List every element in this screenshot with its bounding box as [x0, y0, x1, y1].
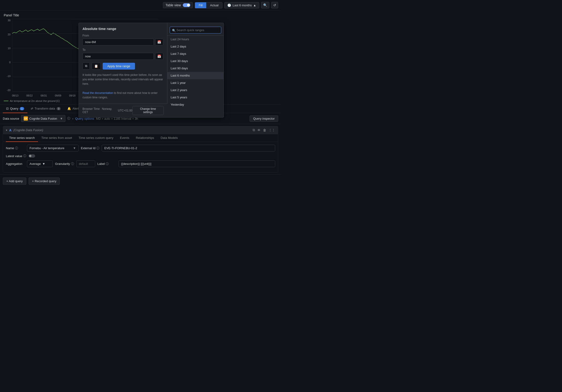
quick-range-item[interactable]: Last 7 days — [167, 50, 223, 57]
zoom-button[interactable]: 🔍 — [261, 2, 269, 8]
table-view-switch[interactable] — [183, 3, 190, 7]
tab-transform-label: Transform data — [35, 107, 55, 110]
from-label: From — [82, 34, 163, 37]
to-input[interactable] — [82, 53, 154, 60]
query-source: (Cognite Data Fusion) — [13, 128, 43, 132]
copy-query-icon[interactable]: ⧉ — [253, 128, 255, 132]
to-calendar-button[interactable]: 📅 — [155, 53, 163, 60]
collapse-button[interactable]: ▾ — [6, 129, 7, 132]
query-block-header: ▾ A (Cognite Data Fusion) ⧉ 👁 🗑 ⋮⋮ — [3, 126, 278, 134]
latest-value-info-icon[interactable]: ⓘ — [23, 154, 26, 158]
ds-name: Cognite Data Fusion — [29, 117, 57, 120]
quick-range-item[interactable]: Last 24 hours — [167, 36, 223, 43]
name-row: Name ⓘ Fornebu - Air temperature ▼ Exter… — [6, 145, 275, 152]
quick-ranges-panel: 🔍 Last 24 hours Last 2 days Last 7 days … — [167, 23, 223, 117]
add-query-button[interactable]: + Add query — [3, 178, 26, 185]
inner-tab-timeseries-asset[interactable]: Time series from asset — [38, 134, 75, 142]
latest-value-toggle[interactable] — [29, 154, 35, 157]
inner-tab-custom-query[interactable]: Time series custom query — [75, 134, 117, 142]
quick-range-item-active[interactable]: Last 6 months — [167, 72, 223, 79]
quick-range-list: Last 24 hours Last 2 days Last 7 days La… — [167, 36, 223, 108]
quick-range-item[interactable]: Last 2 years — [167, 86, 223, 94]
query-inspector-button[interactable]: Query inspector — [250, 115, 278, 122]
inner-tab-timeseries-search[interactable]: Time series search — [6, 134, 38, 142]
aggregation-select[interactable]: Average ▼ — [27, 160, 53, 167]
tab-query-label: Query — [10, 107, 18, 110]
agg-chevron-icon: ▼ — [42, 162, 45, 166]
label-info-icon[interactable]: ⓘ — [106, 162, 109, 166]
ds-select[interactable]: CF Cognite Data Fusion ▼ — [21, 115, 65, 122]
tab-alert-label: Alert — [72, 107, 79, 110]
quick-range-item[interactable]: Last 90 days — [167, 65, 223, 72]
ds-icon: CF — [24, 116, 28, 121]
tab-transform[interactable]: ⇄ Transform data 0 — [27, 104, 64, 113]
apply-button[interactable]: Apply time range — [103, 63, 135, 69]
grid-line — [12, 19, 158, 19]
latest-value-row: Latest value ⓘ — [6, 154, 275, 158]
time-picker-popup: Absolute time range From 📅 To 📅 ⧉ 📋 Appl… — [79, 23, 224, 118]
tp-actions: ⧉ 📋 Apply time range — [82, 63, 163, 69]
change-tz-button[interactable]: Change time settings — [132, 106, 164, 115]
copy-button[interactable]: ⧉ — [82, 63, 90, 69]
delete-query-icon[interactable]: 🗑 — [263, 128, 266, 132]
table-view-toggle[interactable]: Table view — [163, 2, 193, 8]
panel-title: Panel Title — [4, 13, 277, 17]
ext-id-input[interactable] — [102, 145, 275, 152]
quick-range-item[interactable]: Last 1 year — [167, 79, 223, 86]
agg-value: Average — [30, 162, 41, 166]
tab-query[interactable]: ⊡ Query 1 — [3, 104, 27, 113]
aggregation-label: Aggregation — [6, 162, 25, 166]
name-value: Fornebu - Air temperature — [30, 146, 64, 150]
actual-button[interactable]: Actual — [206, 2, 222, 8]
name-select[interactable]: Fornebu - Air temperature ▼ — [27, 145, 79, 152]
inner-tabs: Time series search Time series from asse… — [3, 134, 278, 142]
zoom-icon: 🔍 — [263, 3, 267, 7]
refresh-button[interactable]: ↺ — [271, 2, 278, 8]
query-letter: A — [9, 128, 12, 132]
fill-actual-group: Fill Actual — [195, 2, 223, 8]
quick-range-item[interactable]: Last 30 days — [167, 57, 223, 65]
hint-link[interactable]: Read the documentation — [82, 91, 113, 95]
fill-button[interactable]: Fill — [195, 2, 207, 8]
chart-area: Panel Title 30 20 10 0 -10 -20 08/13 — [0, 11, 281, 104]
hint-text: It looks like you haven't used this time… — [82, 73, 163, 86]
bottom-actions: + Add query + Recorded query — [0, 174, 281, 188]
label-input[interactable] — [118, 160, 275, 167]
time-range-label: Last 6 months — [233, 3, 252, 7]
time-picker-left: Absolute time range From 📅 To 📅 ⧉ 📋 Appl… — [79, 23, 167, 103]
inner-tab-data-models[interactable]: Data Models — [157, 134, 181, 142]
inner-tab-events[interactable]: Events — [117, 134, 133, 142]
drag-handle-icon[interactable]: ⋮⋮ — [269, 128, 275, 132]
utc-label: UTC+01:00 — [118, 109, 132, 112]
quick-range-item[interactable]: Last 2 days — [167, 43, 223, 50]
granularity-input[interactable] — [76, 160, 95, 167]
quick-range-item[interactable]: Last 5 years — [167, 94, 223, 101]
table-view-label: Table view — [165, 3, 181, 7]
query-block-a: ▾ A (Cognite Data Fusion) ⧉ 👁 🗑 ⋮⋮ Time … — [3, 126, 278, 173]
recorded-query-button[interactable]: + Recorded query — [29, 178, 60, 185]
quick-range-item[interactable]: Yesterday — [167, 101, 223, 108]
ext-id-info-icon[interactable]: ⓘ — [96, 146, 99, 150]
refresh-icon: ↺ — [273, 3, 276, 7]
granularity-label: Granularity ⓘ — [55, 162, 74, 166]
tp-hint: It looks like you haven't used this time… — [82, 73, 163, 100]
from-input[interactable] — [82, 39, 154, 45]
y-axis-labels: 30 20 10 0 -10 -20 — [4, 19, 12, 91]
from-calendar-button[interactable]: 📅 — [155, 39, 163, 45]
name-info-icon[interactable]: ⓘ — [15, 146, 18, 150]
inner-tab-relationships[interactable]: Relationships — [132, 134, 157, 142]
chevron-up-icon: ▲ — [253, 3, 256, 7]
aggregation-row: Aggregation Average ▼ Granularity ⓘ Labe… — [6, 160, 275, 167]
ds-info-icon[interactable]: ⓘ — [67, 116, 70, 121]
gran-info-icon[interactable]: ⓘ — [71, 162, 74, 166]
transform-badge: 0 — [57, 107, 61, 110]
chevron-right-icon: › — [72, 117, 73, 120]
to-row: 📅 — [82, 53, 163, 60]
latest-value-label: Latest value ⓘ — [6, 154, 26, 158]
quick-range-search[interactable] — [170, 27, 221, 34]
name-label: Name ⓘ — [6, 146, 25, 150]
time-range-button[interactable]: 🕐 Last 6 months ▲ — [224, 2, 259, 8]
toggle-visibility-icon[interactable]: 👁 — [257, 128, 261, 132]
query-icon: ⊡ — [6, 107, 9, 110]
paste-button[interactable]: 📋 — [92, 63, 101, 69]
